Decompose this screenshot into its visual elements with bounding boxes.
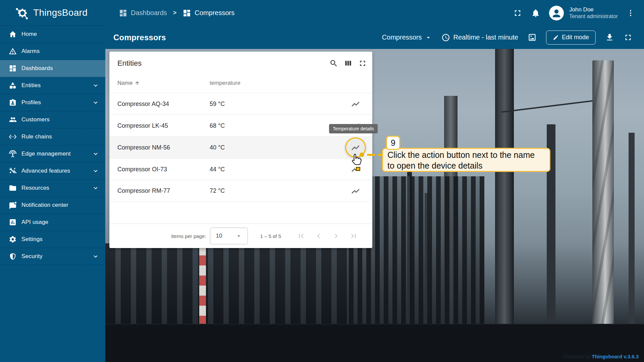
table-row[interactable]: Compressor AQ-34 59 °C xyxy=(109,93,372,115)
chart-icon xyxy=(9,218,17,226)
sidebar-item-label: Dashboards xyxy=(21,65,53,72)
pencil-icon xyxy=(553,35,559,41)
user-info[interactable]: John Doe Tenant administrator xyxy=(569,6,618,20)
version-footer: Powered by Thingsboard v.3.6.3 xyxy=(564,354,639,359)
sidebar-item-label: Resources xyxy=(21,185,49,191)
search-icon[interactable] xyxy=(329,59,338,68)
sidebar-item-label: Edge management xyxy=(21,150,71,157)
items-per-page-label: Items per page: xyxy=(171,233,206,239)
sidebar-item-home[interactable]: Home xyxy=(0,26,105,43)
sidebar-item-rule-chains[interactable]: Rule chains xyxy=(0,128,105,145)
page-size-select[interactable]: 10 xyxy=(210,228,248,244)
top-bar-actions: John Doe Tenant administrator xyxy=(513,6,644,20)
callout-text-line2: to open the device details xyxy=(387,160,545,171)
table-row[interactable]: Compressor OI-73 44 °C xyxy=(109,158,372,180)
home-icon xyxy=(9,30,17,38)
temperature-details-action-button[interactable] xyxy=(348,97,363,111)
sidebar: ThingsBoard Home Alarms Dashboards Entit… xyxy=(0,0,105,362)
sidebar-item-entities[interactable]: Entities xyxy=(0,77,105,94)
user-role: Tenant administrator xyxy=(569,13,618,20)
entity-name-cell: Compressor OI-73 xyxy=(117,166,167,173)
entity-name-cell: Compressor NM-56 xyxy=(117,144,170,151)
entity-name-cell: Compressor LK-45 xyxy=(117,122,168,129)
more-vert-icon[interactable] xyxy=(627,9,635,17)
fullscreen-icon[interactable] xyxy=(624,33,633,42)
top-bar: Dashboards > Compressors John Doe Tenant… xyxy=(105,0,644,26)
column-header-name[interactable]: Name xyxy=(117,80,140,86)
next-page-button[interactable] xyxy=(327,229,345,243)
edit-mode-button[interactable]: Edit mode xyxy=(546,31,596,45)
paginator-nav xyxy=(292,229,362,243)
dashboard-toolbar-actions: Compressors Realtime - last minute Edit … xyxy=(382,31,644,45)
dropdown-arrow-icon xyxy=(235,233,242,239)
sidebar-item-alarms[interactable]: Alarms xyxy=(0,43,105,60)
sidebar-item-advanced-features[interactable]: Advanced features xyxy=(0,163,105,180)
sidebar-item-label: Home xyxy=(21,31,37,38)
person-icon xyxy=(550,6,563,20)
user-avatar[interactable] xyxy=(549,6,564,20)
table-body: Compressor AQ-34 59 °C Compressor LK-45 … xyxy=(109,93,372,202)
breadcrumb-dashboards[interactable]: Dashboards xyxy=(119,9,167,17)
fullscreen-icon[interactable] xyxy=(358,59,367,68)
timeline-icon xyxy=(351,99,360,109)
widget-title: Entities xyxy=(117,59,142,68)
sidebar-item-resources[interactable]: Resources xyxy=(0,180,105,197)
download-icon[interactable] xyxy=(605,33,614,42)
edit-mode-label: Edit mode xyxy=(562,34,589,41)
dashboard-icon xyxy=(182,9,191,17)
sort-arrow-up-icon xyxy=(135,80,140,86)
temperature-details-action-button[interactable] xyxy=(348,184,363,198)
sidebar-item-profiles[interactable]: Profiles xyxy=(0,94,105,111)
previous-page-button[interactable] xyxy=(310,229,327,243)
entity-name-cell: Compressor RM-77 xyxy=(117,187,170,194)
temperature-cell: 44 °C xyxy=(210,166,225,173)
tools-icon xyxy=(9,167,17,175)
timewindow-button[interactable]: Realtime - last minute xyxy=(441,33,518,42)
temperature-cell: 59 °C xyxy=(210,101,225,108)
warning-icon xyxy=(9,47,17,55)
temperature-details-tooltip: Temperature details xyxy=(329,124,378,133)
chevron-down-icon xyxy=(92,150,99,158)
sidebar-item-security[interactable]: Security xyxy=(0,248,105,265)
user-name: John Doe xyxy=(569,6,618,13)
sidebar-item-label: Notification center xyxy=(21,202,68,208)
table-row-highlighted[interactable]: Compressor NM-56 40 °C xyxy=(109,136,372,158)
sidebar-item-api-usage[interactable]: API usage xyxy=(0,214,105,231)
temperature-cell: 68 °C xyxy=(210,122,225,129)
image-background-icon[interactable] xyxy=(528,33,537,42)
sidebar-item-customers[interactable]: Customers xyxy=(0,111,105,128)
sidebar-item-notification-center[interactable]: Notification center xyxy=(0,197,105,214)
dashboard-state-label: Compressors xyxy=(382,34,422,41)
last-page-button[interactable] xyxy=(345,229,362,243)
dashboard-icon xyxy=(119,9,127,17)
breadcrumb-compressors[interactable]: Compressors xyxy=(182,9,234,17)
powered-by-text: Powered by xyxy=(564,354,590,359)
sidebar-item-settings[interactable]: Settings xyxy=(0,231,105,248)
step-number: 9 xyxy=(391,138,395,148)
widget-actions xyxy=(329,59,369,68)
sidebar-item-label: Advanced features xyxy=(21,168,70,174)
version-link[interactable]: Thingsboard v.3.6.3 xyxy=(592,354,639,359)
thingsboard-app: ThingsBoard Home Alarms Dashboards Entit… xyxy=(0,0,644,362)
sidebar-item-label: API usage xyxy=(21,219,48,226)
dashboard-icon xyxy=(9,64,17,72)
thingsboard-logo[interactable]: ThingsBoard xyxy=(0,0,105,26)
entity-name-cell: Compressor AQ-34 xyxy=(117,101,169,108)
sidebar-item-edge-management[interactable]: Edge management xyxy=(0,145,105,163)
first-page-icon xyxy=(297,232,306,240)
sidebar-item-dashboards[interactable]: Dashboards xyxy=(0,60,105,77)
fullscreen-icon[interactable] xyxy=(513,8,522,18)
sidebar-item-label: Rule chains xyxy=(21,133,52,140)
first-page-button[interactable] xyxy=(292,229,310,243)
chevron-down-icon xyxy=(92,99,99,106)
shield-icon xyxy=(9,252,17,260)
table-row[interactable]: Compressor RM-77 72 °C xyxy=(109,180,372,202)
notifications-bell-icon[interactable] xyxy=(531,8,540,18)
widget-header: Entities xyxy=(109,52,372,73)
dropdown-arrow-icon xyxy=(425,34,432,41)
callout-text-line1: Click the action button next to the name xyxy=(387,149,545,160)
column-header-temperature[interactable]: temperature xyxy=(210,80,240,86)
columns-icon[interactable] xyxy=(344,59,353,68)
breadcrumb: Dashboards > Compressors xyxy=(105,9,234,17)
dashboard-state-select[interactable]: Compressors xyxy=(382,34,432,41)
